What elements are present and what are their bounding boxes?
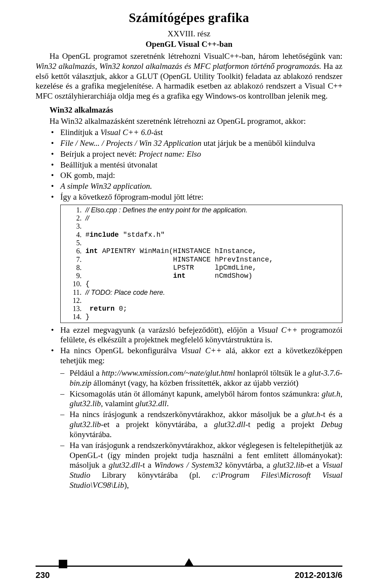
page-footer: 230 2012-2013/6 [0,566,371,583]
list-item: Elindítjuk a Visual C++ 6.0-ást [36,128,342,138]
intro-text: Ha OpenGL programot szeretnénk létrehozn… [36,51,342,101]
intro-paragraph: Ha OpenGL programot szeretnénk létrehozn… [36,51,342,101]
footer-rule [36,566,342,567]
section-lead: Ha Win32 alkalmazásként szeretnénk létre… [49,116,342,126]
list-item: Beírjuk a project nevét: Project name: E… [36,149,342,159]
bullet-list-1: Elindítjuk a Visual C++ 6.0-ástFile / Ne… [36,128,342,202]
list-item: Ha nincs OpenGL bekonfigurálva Visual C+… [36,346,342,366]
list-item: Ha van írásjogunk a rendszerkönyvtárakho… [36,441,342,491]
section-heading: Win32 alkalmazás [49,105,342,115]
list-item: Kicsomagolás után öt állományt kapunk, a… [36,389,342,409]
list-item: Ha nincs írásjogunk a rendszerkönyvtárak… [36,410,342,439]
list-item: Így a következő főprogram-modul jött lét… [36,192,342,202]
issue-number: 2012-2013/6 [294,570,342,580]
list-item: Például a http://www.xmission.com/~nate/… [36,368,342,388]
square-marker-icon [59,560,67,568]
page-title: Számítógépes grafika [36,11,342,25]
list-item: Ha ezzel megvagyunk (a varázsló befejező… [36,325,342,345]
list-item: OK gomb, majd: [36,171,342,181]
list-item: Beállítjuk a mentési útvonalat [36,160,342,170]
list-item: File / New... / Projects / Win 32 Applic… [36,138,342,149]
triangle-marker-icon [184,558,194,567]
bullet-list-2: Ha ezzel megvagyunk (a varázsló befejező… [36,325,342,366]
page-number: 230 [36,570,50,580]
code-listing: 1.// Elso.cpp : Defines the entry point … [60,205,342,323]
dash-list: Például a http://www.xmission.com/~nate/… [36,368,342,491]
subtitle: OpenGL Visual C++-ban [36,39,342,49]
part-number: XXVIII. rész [36,29,342,39]
list-item: A simple Win32 application. [36,181,342,191]
